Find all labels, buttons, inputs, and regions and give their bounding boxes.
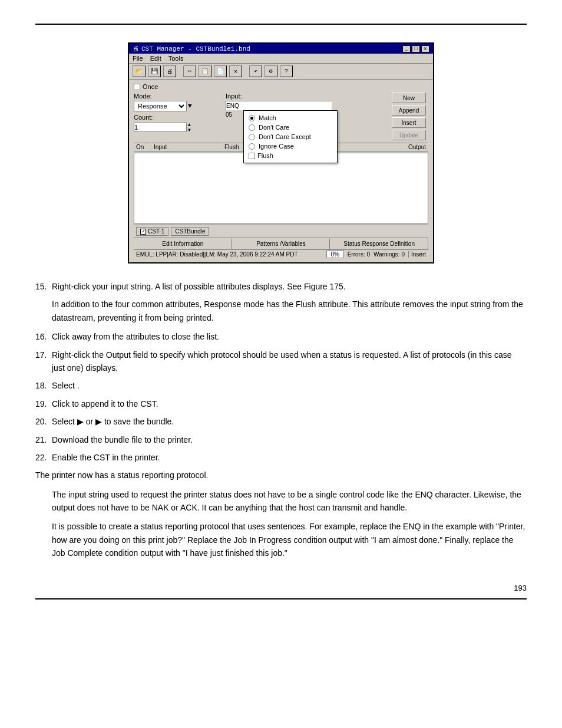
step-18-text: Select .	[52, 379, 527, 392]
minimize-button[interactable]: _	[402, 45, 411, 52]
step-17-num: 17.	[35, 348, 52, 375]
paste-button[interactable]: 📄	[214, 65, 227, 77]
cst-titlebar: 🖨 CST Manager - CSTBundle1.bnd _ □ ✕	[129, 44, 433, 54]
step-15-text: Right-click your input string. A list of…	[52, 280, 527, 293]
page-number: 193	[35, 584, 527, 592]
dont-care-except-option[interactable]: Don't Care Except	[244, 132, 337, 141]
flush-option[interactable]: Flush	[244, 151, 337, 160]
cst-tabs: ✓ CST-1 CSTBundle	[134, 225, 428, 238]
menu-edit[interactable]: Edit	[150, 55, 161, 62]
step-16-num: 16.	[35, 330, 52, 343]
new-button[interactable]: New	[392, 93, 426, 103]
step-19: 19. Click to append it to the CST.	[35, 397, 527, 410]
cst-window: 🖨 CST Manager - CSTBundle1.bnd _ □ ✕ Fil…	[128, 42, 434, 263]
match-label: Match	[259, 114, 276, 121]
titlebar-controls[interactable]: _ □ ✕	[402, 45, 429, 52]
note1: The printer now has a status reporting p…	[35, 469, 527, 482]
cst-table-area[interactable]	[134, 153, 428, 223]
insert-button[interactable]: Insert	[392, 117, 426, 128]
titlebar-left: 🖨 CST Manager - CSTBundle1.bnd	[133, 45, 250, 52]
once-row: Once	[134, 83, 428, 90]
para2: It is possible to create a status report…	[52, 520, 527, 559]
count-up-button[interactable]: ▲	[188, 122, 191, 127]
once-checkbox[interactable]	[134, 84, 140, 90]
print-button[interactable]: 🖨	[163, 65, 176, 77]
step-15-indent: In addition to the four common attribute…	[52, 298, 527, 324]
cst-body: Once Mode: Response ▼ Cou	[129, 80, 433, 262]
close-button[interactable]: ✕	[421, 45, 429, 52]
tab-cst1-checkbox[interactable]: ✓	[140, 229, 146, 235]
window-title: CST Manager - CSTBundle1.bnd	[141, 45, 250, 52]
col-input: Input	[154, 144, 224, 150]
tab-cstbundle[interactable]: CSTBundle	[171, 227, 209, 236]
instructions: 15. Right-click your input string. A lis…	[35, 280, 527, 566]
step-20-num: 20.	[35, 415, 52, 428]
flush-label: Flush	[257, 152, 273, 159]
dont-care-except-label: Don't Care Except	[259, 133, 311, 140]
ignore-case-label: Ignore Case	[259, 143, 294, 150]
once-label: Once	[143, 83, 158, 90]
statusbar: EMUL: LPP|AR: Disabled||LM: May 23, 2006…	[134, 249, 428, 259]
status-errors: Errors: 0	[348, 251, 370, 258]
cut-button[interactable]: ✂	[183, 65, 196, 77]
status-text: EMUL: LPP|AR: Disabled||LM: May 23, 2006…	[136, 251, 323, 258]
mode-select: Response ▼	[134, 101, 222, 111]
mode-label: Mode:	[134, 93, 222, 100]
undo-button[interactable]: ↶	[249, 65, 262, 77]
input-label: Input:	[226, 93, 388, 100]
delete-button[interactable]: ✕	[229, 65, 242, 77]
update-button[interactable]: Update	[392, 130, 426, 140]
edit-info-button[interactable]: Edit Information	[134, 238, 232, 249]
status-pct: 0%	[326, 251, 344, 258]
append-button[interactable]: Append	[392, 105, 426, 116]
tab-cst1[interactable]: ✓ CST-1	[136, 227, 168, 236]
ignore-case-option[interactable]: Ignore Case	[244, 141, 337, 151]
menubar: File Edit Tools	[129, 54, 433, 64]
step-19-text: Click to append it to the CST.	[52, 397, 527, 410]
step-20: 20. Select ▶ or ▶ to save the bundle.	[35, 415, 527, 428]
step-15: 15. Right-click your input string. A lis…	[35, 280, 527, 293]
screenshot-area: 🖨 CST Manager - CSTBundle1.bnd _ □ ✕ Fil…	[35, 42, 527, 263]
match-radio[interactable]	[249, 115, 255, 121]
step-18-num: 18.	[35, 379, 52, 392]
status-response-button[interactable]: Status Response Definition	[330, 238, 428, 249]
match-option[interactable]: Match	[244, 113, 337, 123]
step-21: 21. Download the bundle file to the prin…	[35, 433, 527, 446]
help-button[interactable]: ?	[280, 65, 293, 77]
flush-checkbox[interactable]	[249, 153, 255, 159]
step-19-num: 19.	[35, 397, 52, 410]
menu-tools[interactable]: Tools	[168, 55, 184, 62]
copy-button[interactable]: 📋	[199, 65, 211, 77]
step-22: 22. Enable the CST in the printer.	[35, 451, 527, 464]
count-down-button[interactable]: ▼	[188, 127, 191, 133]
step-15-num: 15.	[35, 280, 52, 293]
status-mode: Insert	[408, 251, 426, 258]
toolbar: 📂 💾 🖨 ✂ 📋 📄 ✕ ↶ ⚙ ?	[129, 64, 433, 80]
app-icon: 🖨	[133, 45, 139, 52]
open-button[interactable]: 📂	[133, 65, 146, 77]
bottom-rule	[35, 598, 527, 599]
properties-button[interactable]: ⚙	[265, 65, 277, 77]
step-21-num: 21.	[35, 433, 52, 446]
input-field[interactable]	[226, 101, 332, 110]
step-21-text: Download the bundle file to the printer.	[52, 433, 527, 446]
count-field[interactable]	[134, 123, 187, 132]
maximize-button[interactable]: □	[412, 45, 420, 52]
step-16-text: Click away from the attributes to close …	[52, 330, 527, 343]
save-button[interactable]: 💾	[148, 65, 161, 77]
mode-dropdown[interactable]: Response	[134, 101, 187, 111]
ignore-case-radio[interactable]	[249, 143, 255, 150]
dont-care-radio[interactable]	[249, 124, 255, 131]
tab-cstbundle-label: CSTBundle	[175, 228, 205, 235]
dont-care-except-radio[interactable]	[249, 134, 255, 140]
step-20-text: Select ▶ or ▶ to save the bundle.	[52, 415, 527, 428]
step-17: 17. Right-click the Output field to spec…	[35, 348, 527, 375]
menu-file[interactable]: File	[133, 55, 143, 62]
top-rule	[35, 24, 527, 25]
step-22-num: 22.	[35, 451, 52, 464]
dont-care-label: Don't Care	[259, 124, 289, 131]
para1: The input string used to request the pri…	[52, 488, 527, 515]
dont-care-option[interactable]: Don't Care	[244, 123, 337, 132]
step-17-text: Right-click the Output field to specify …	[52, 348, 527, 375]
patterns-variables-button[interactable]: Patterns /Variables	[232, 238, 330, 249]
